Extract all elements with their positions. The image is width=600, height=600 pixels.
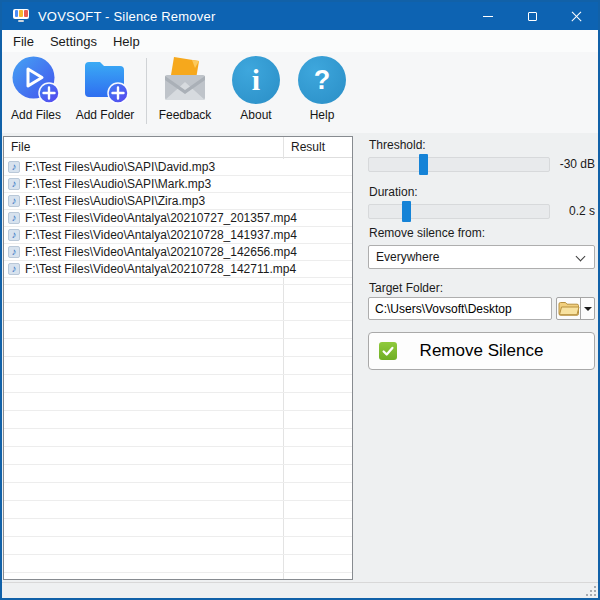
menu-file[interactable]: File [5, 32, 42, 51]
table-row[interactable]: ♪F:\Test Files\Audio\SAPI\Mark.mp3 [4, 176, 352, 193]
title-bar: VOVSOFT - Silence Remover [2, 2, 598, 30]
music-note-icon: ♪ [8, 229, 20, 241]
feedback-button[interactable]: Feedback [153, 56, 217, 122]
file-path: F:\Test Files\Video\Antalya\20210728_142… [25, 245, 297, 259]
minimize-button[interactable] [466, 2, 510, 30]
music-note-icon: ♪ [8, 212, 20, 224]
browse-folder-dropdown-button[interactable] [581, 298, 594, 319]
app-icon [12, 9, 30, 24]
target-folder-input[interactable] [368, 297, 552, 320]
duration-slider-thumb[interactable] [402, 201, 411, 222]
toolbar-label: Help [310, 108, 335, 122]
client-area: File Result ♪F:\Test Files\Audio\SAPI\Da… [2, 133, 598, 598]
app-window: VOVSOFT - Silence Remover File Settings … [0, 0, 600, 600]
remove-from-dropdown[interactable]: Everywhere [368, 245, 595, 269]
minimize-icon [483, 16, 493, 17]
envelope-icon [161, 56, 209, 104]
toolbar-label: Add Files [11, 108, 61, 122]
toolbar-separator [146, 58, 147, 124]
file-path: F:\Test Files\Video\Antalya\20210727_201… [25, 211, 297, 225]
music-note-icon: ♪ [8, 161, 20, 173]
target-folder-label: Target Folder: [369, 281, 443, 295]
file-path: F:\Test Files\Video\Antalya\20210728_142… [25, 262, 296, 276]
duration-label: Duration: [369, 185, 418, 199]
info-icon: i [232, 56, 280, 104]
remove-silence-button[interactable]: Remove Silence [368, 332, 595, 370]
dropdown-arrow-icon [584, 307, 592, 311]
file-path: F:\Test Files\Audio\SAPI\David.mp3 [25, 160, 215, 174]
toolbar-label: Feedback [159, 108, 212, 122]
settings-panel: Threshold: -30 dB Duration: 0.2 s Remove… [368, 136, 595, 576]
column-header-result[interactable]: Result [291, 140, 325, 154]
add-folder-button[interactable]: Add Folder [73, 56, 137, 122]
threshold-value: -30 dB [550, 157, 595, 172]
play-plus-icon [12, 56, 60, 104]
table-row[interactable]: ♪F:\Test Files\Video\Antalya\20210728_14… [4, 261, 352, 278]
browse-folder-split-button [556, 297, 595, 320]
file-path: F:\Test Files\Audio\SAPI\Zira.mp3 [25, 194, 205, 208]
toolbar-label: Add Folder [76, 108, 135, 122]
column-header-file[interactable]: File [11, 140, 30, 154]
close-icon [570, 10, 583, 23]
threshold-slider-thumb[interactable] [419, 154, 428, 175]
file-list-header: File Result [4, 137, 352, 158]
remove-silence-label: Remove Silence [397, 341, 566, 361]
table-row[interactable]: ♪F:\Test Files\Audio\SAPI\Zira.mp3 [4, 193, 352, 210]
threshold-slider[interactable] [368, 157, 550, 172]
maximize-button[interactable] [510, 2, 554, 30]
resize-grip[interactable] [586, 586, 596, 596]
music-note-icon: ♪ [8, 263, 20, 275]
remove-from-label: Remove silence from: [369, 226, 485, 240]
question-icon: ? [298, 56, 346, 104]
music-note-icon: ♪ [8, 178, 20, 190]
menu-help[interactable]: Help [105, 32, 148, 51]
duration-slider[interactable] [368, 204, 550, 219]
file-path: F:\Test Files\Video\Antalya\20210728_141… [25, 228, 297, 242]
green-check-icon [379, 342, 397, 360]
menu-settings[interactable]: Settings [42, 32, 105, 51]
close-button[interactable] [554, 2, 598, 30]
status-bar [2, 582, 598, 598]
table-row[interactable]: ♪F:\Test Files\Audio\SAPI\David.mp3 [4, 159, 352, 176]
file-list-body: ♪F:\Test Files\Audio\SAPI\David.mp3 ♪F:\… [4, 159, 352, 579]
table-row[interactable]: ♪F:\Test Files\Video\Antalya\20210728_14… [4, 227, 352, 244]
help-button[interactable]: ? Help [290, 56, 354, 122]
music-note-icon: ♪ [8, 246, 20, 258]
file-path: F:\Test Files\Audio\SAPI\Mark.mp3 [25, 177, 211, 191]
duration-value: 0.2 s [550, 204, 595, 219]
chevron-down-icon [576, 252, 586, 262]
add-files-button[interactable]: Add Files [4, 56, 68, 122]
maximize-icon [528, 12, 537, 21]
toolbar: Add Files Add Folder [2, 52, 598, 133]
folder-plus-icon [81, 56, 129, 104]
threshold-label: Threshold: [369, 138, 426, 152]
folder-icon [558, 300, 580, 317]
browse-folder-button[interactable] [557, 298, 580, 319]
table-row[interactable]: ♪F:\Test Files\Video\Antalya\20210727_20… [4, 210, 352, 227]
table-row[interactable]: ♪F:\Test Files\Video\Antalya\20210728_14… [4, 244, 352, 261]
toolbar-label: About [240, 108, 271, 122]
file-list: File Result ♪F:\Test Files\Audio\SAPI\Da… [3, 136, 353, 580]
about-button[interactable]: i About [224, 56, 288, 122]
menu-bar: File Settings Help [2, 30, 598, 52]
music-note-icon: ♪ [8, 195, 20, 207]
window-title: VOVSOFT - Silence Remover [38, 9, 215, 24]
dropdown-selected-value: Everywhere [376, 250, 439, 264]
